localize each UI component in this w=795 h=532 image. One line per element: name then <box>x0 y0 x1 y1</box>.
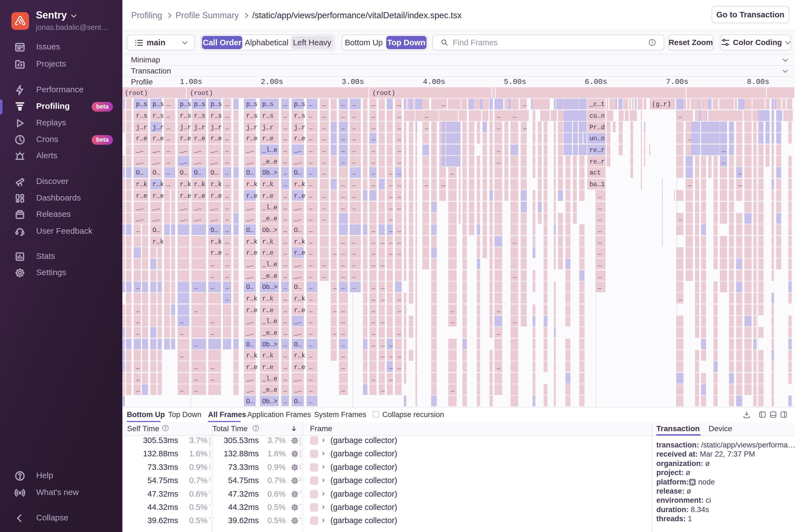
svg-text:_…: _… <box>194 158 202 166</box>
svg-text:…: … <box>322 101 326 108</box>
svg-text:…: … <box>722 158 726 166</box>
svg-text:…: … <box>497 124 500 131</box>
svg-text:_…: _… <box>246 375 254 383</box>
svg-text:O…: O… <box>294 341 302 348</box>
svg-text:…: … <box>397 124 401 131</box>
svg-text:_…: _… <box>136 204 144 211</box>
svg-text:p…s: p…s <box>294 101 305 108</box>
svg-text:…: … <box>341 364 345 371</box>
svg-text:…: … <box>283 204 287 211</box>
svg-text:…: … <box>497 364 500 371</box>
svg-text:r…e: r…e <box>294 249 305 256</box>
svg-text:_l…e: _l…e <box>262 147 277 154</box>
svg-text:…: … <box>283 295 287 302</box>
svg-text:…: … <box>283 227 287 234</box>
svg-text:r…e: r…e <box>294 364 305 371</box>
svg-text:…: … <box>341 204 345 211</box>
svg-text:r…e: r…e <box>294 307 305 314</box>
svg-text:…: … <box>283 273 287 280</box>
svg-text:_e…e: _e…e <box>262 158 277 166</box>
svg-text:_…: _… <box>294 329 302 337</box>
svg-text:_l…e: _l…e <box>262 204 277 211</box>
svg-text:…: … <box>210 318 214 325</box>
svg-text:…: … <box>180 386 184 394</box>
svg-text:…: … <box>309 215 313 222</box>
svg-text:…: … <box>341 318 345 325</box>
svg-text:…: … <box>309 204 313 211</box>
svg-text:r…k: r…k <box>294 295 305 302</box>
svg-text:…: … <box>451 318 454 325</box>
svg-text:…: … <box>372 375 375 383</box>
svg-text:…: … <box>283 215 287 222</box>
svg-text:…: … <box>136 284 140 291</box>
svg-text:r…k: r…k <box>210 181 222 188</box>
svg-text:…: … <box>341 352 345 359</box>
svg-text:…: … <box>309 227 313 234</box>
svg-text:act: act <box>589 169 601 176</box>
svg-text:Ob…>: Ob…> <box>262 169 277 176</box>
svg-text:r…e: r…e <box>194 192 205 200</box>
svg-text:…: … <box>322 124 326 131</box>
svg-text:…: … <box>283 284 287 291</box>
svg-text:…: … <box>372 318 375 325</box>
svg-text:…: … <box>283 386 287 394</box>
svg-text:…: … <box>341 273 345 280</box>
svg-text:r…e: r…e <box>210 192 222 200</box>
svg-text:…: … <box>397 181 401 188</box>
svg-text:…: … <box>389 204 393 211</box>
svg-text:…: … <box>372 169 375 176</box>
svg-text:…: … <box>283 135 287 142</box>
svg-text:…: … <box>309 364 313 371</box>
svg-text:r…k: r…k <box>136 181 147 188</box>
svg-text:…: … <box>225 181 229 188</box>
svg-text:_…: _… <box>179 215 188 222</box>
svg-text:…: … <box>372 147 375 154</box>
svg-text:_…: _… <box>246 261 254 268</box>
svg-text:r…e: r…e <box>194 135 205 142</box>
svg-text:…: … <box>322 135 326 142</box>
svg-text:Ob…>: Ob…> <box>262 398 277 405</box>
svg-text:…: … <box>598 192 602 200</box>
svg-text:Ob…>: Ob…> <box>262 227 277 234</box>
svg-text:_…: _… <box>210 158 218 166</box>
svg-text:…: … <box>397 352 401 359</box>
svg-text:…: … <box>372 261 375 268</box>
svg-text:…: … <box>322 169 326 176</box>
svg-text:…: … <box>513 112 516 120</box>
svg-text:…: … <box>194 386 198 394</box>
svg-text:…: … <box>372 341 375 348</box>
svg-text:…: … <box>283 341 287 348</box>
svg-text:…: … <box>225 147 229 154</box>
svg-text:…: … <box>389 352 393 359</box>
svg-text:…: … <box>136 329 140 337</box>
svg-text:…: … <box>309 375 313 383</box>
svg-text:_…: _… <box>294 261 302 268</box>
svg-text:_e…e: _e…e <box>262 386 277 394</box>
svg-text:…: … <box>389 249 393 256</box>
svg-text:O…: O… <box>194 169 202 176</box>
svg-text:Ob…>: Ob…> <box>262 341 277 348</box>
svg-text:…: … <box>341 192 345 200</box>
svg-text:(g…r): (g…r) <box>652 101 671 108</box>
svg-text:…: … <box>225 295 229 302</box>
svg-text:r…k: r…k <box>246 239 258 246</box>
svg-text:r…k: r…k <box>294 352 305 359</box>
svg-text:…: … <box>309 135 313 142</box>
svg-text:r…e: r…e <box>294 192 305 200</box>
svg-text:…: … <box>210 375 214 383</box>
svg-text:…: … <box>372 158 375 166</box>
svg-text:…: … <box>372 329 375 337</box>
svg-text:…: … <box>372 181 375 188</box>
svg-text:_…: _… <box>152 147 160 154</box>
svg-text:j…r: j…r <box>180 124 191 131</box>
svg-text:ba…1: ba…1 <box>589 181 605 188</box>
svg-text:…: … <box>523 124 527 131</box>
svg-text:…: … <box>309 261 313 268</box>
svg-text:…: … <box>309 158 313 166</box>
svg-text:…: … <box>225 239 229 246</box>
svg-text:_…: _… <box>294 147 302 154</box>
svg-text:_…: _… <box>246 318 254 325</box>
svg-text:p…s: p…s <box>210 101 222 108</box>
svg-text:r…e: r…e <box>152 135 164 142</box>
svg-text:…: … <box>283 158 287 166</box>
